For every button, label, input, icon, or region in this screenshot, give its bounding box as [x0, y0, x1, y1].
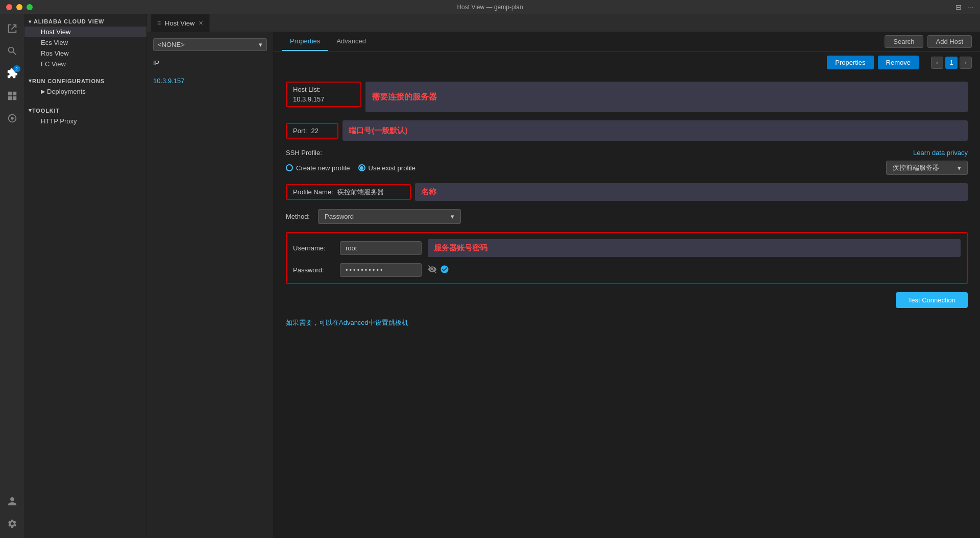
tab-advanced[interactable]: Advanced [328, 32, 374, 51]
app-container: 2 ▾ ALIBABA CLOUD VIEW Host View [0, 14, 980, 538]
tab-bar: ≡ Host View ✕ [147, 14, 980, 32]
titlebar: Host View — gemp-plan ⊟ ··· [0, 0, 980, 14]
profile-dropdown[interactable]: 疾控前端服务器 ▾ [886, 161, 968, 175]
sidebar: ▾ ALIBABA CLOUD VIEW Host View Ecs View … [24, 14, 147, 538]
profile-name-annotation: 名称 [415, 183, 968, 201]
password-actions [428, 265, 449, 276]
credentials-section: Username: 服务器账号密码 Password: [286, 232, 968, 284]
sidebar-item-extensions[interactable]: 2 [2, 63, 22, 84]
profile-name-input[interactable] [337, 188, 404, 196]
ssh-profile-label: SSH Profile: [286, 149, 322, 157]
remove-button[interactable]: Remove [878, 56, 919, 69]
profile-name-label: Profile Name: [293, 188, 333, 196]
svg-point-1 [11, 117, 14, 120]
radio-circle-create [286, 164, 293, 171]
confirm-password-icon[interactable] [440, 265, 449, 276]
sidebar-item-ecs-view[interactable]: Ecs View [24, 37, 146, 48]
radio-circle-use-exist [358, 164, 365, 171]
tab-menu-icon: ≡ [157, 19, 161, 27]
profile-name-box: Profile Name: [286, 184, 411, 200]
credentials-annotation: 服务器账号密码 [428, 239, 961, 257]
extensions-badge: 2 [13, 65, 20, 72]
port-label: Port: [293, 127, 307, 135]
sidebar-toolkit-header[interactable]: ▾ TOOLKIT [24, 105, 146, 116]
username-label: Username: [293, 244, 334, 252]
search-button[interactable]: Search [885, 35, 923, 48]
more-options-icon[interactable]: ··· [968, 3, 974, 11]
maximize-button[interactable] [27, 4, 33, 10]
chevron-right-icon: ▶ [41, 88, 45, 95]
method-label: Method: [286, 213, 310, 220]
chevron-down-icon: ▾ [958, 164, 961, 172]
sidebar-run-configs: ▾ RUN CONFIGURATIONS ▶ Deployments [24, 71, 146, 97]
ssh-profile-header: SSH Profile: Learn data privacy [286, 149, 968, 157]
password-label: Password: [293, 266, 334, 274]
host-list-annotation: 需要连接的服务器 [365, 82, 968, 112]
panel-header: Properties Advanced Search Add Host [274, 32, 980, 52]
sidebar-item-explorer[interactable] [2, 18, 22, 39]
none-dropdown[interactable]: <NONE> ▾ [153, 38, 267, 51]
sidebar-run-configs-header[interactable]: ▾ RUN CONFIGURATIONS [24, 75, 146, 86]
account-icon[interactable] [2, 491, 22, 511]
sidebar-item-http-proxy[interactable]: HTTP Proxy [24, 116, 146, 126]
ip-label: IP [153, 57, 267, 69]
content-area: <NONE> ▾ IP 10.3.9.157 Properties Advanc… [147, 32, 980, 538]
chevron-down-icon: ▾ [29, 78, 32, 84]
titlebar-right-icons: ⊟ ··· [955, 3, 974, 11]
chevron-down-icon: ▾ [451, 213, 454, 220]
host-list-input[interactable] [293, 95, 354, 103]
window-controls[interactable] [6, 4, 33, 10]
next-page-button[interactable]: › [960, 57, 972, 69]
host-list-label: Host List: [293, 86, 354, 93]
current-page: 1 [945, 57, 958, 69]
test-connection-button[interactable]: Test Connection [896, 292, 968, 308]
sidebar-section-header-cloud[interactable]: ▾ ALIBABA CLOUD VIEW [24, 16, 146, 27]
add-host-button[interactable]: Add Host [927, 35, 972, 48]
host-list-section: Host List: 需要连接的服务器 [286, 82, 968, 112]
username-input[interactable] [340, 241, 422, 255]
use-exist-profile-radio[interactable]: Use exist profile [358, 164, 415, 172]
settings-icon[interactable] [2, 514, 22, 534]
password-row: Password: [293, 263, 961, 277]
port-box: Port: [286, 123, 338, 139]
sidebar-item-search[interactable] [2, 41, 22, 61]
password-input[interactable] [340, 263, 422, 277]
host-list-box: Host List: [286, 82, 361, 107]
method-dropdown[interactable]: Password ▾ [318, 209, 461, 224]
port-input[interactable] [311, 127, 331, 135]
sidebar-item-host-view[interactable]: Host View [24, 27, 146, 37]
sidebar-item-ros-view[interactable]: Ros View [24, 48, 146, 59]
learn-privacy-link[interactable]: Learn data privacy [913, 149, 968, 157]
main-content: ≡ Host View ✕ <NONE> ▾ IP 10.3.9.157 Pro… [147, 14, 980, 538]
left-panel: <NONE> ▾ IP 10.3.9.157 [147, 32, 274, 538]
chevron-down-icon: ▾ [259, 41, 262, 48]
toggle-password-icon[interactable] [428, 265, 437, 276]
window-title: Host View — gemp-plan [457, 4, 523, 11]
right-action-bar: Properties Remove ‹ 1 › [274, 52, 980, 73]
tab-label: Host View [165, 19, 194, 27]
split-editor-icon[interactable]: ⊟ [955, 3, 962, 11]
create-new-profile-radio[interactable]: Create new profile [286, 164, 350, 172]
right-panel: Properties Advanced Search Add Host Prop… [274, 32, 980, 538]
chevron-down-icon: ▾ [29, 107, 32, 114]
ssh-profile-options: Create new profile Use exist profile 疾控前… [286, 161, 968, 175]
host-view-tab[interactable]: ≡ Host View ✕ [151, 14, 210, 32]
ip-value[interactable]: 10.3.9.157 [153, 75, 267, 87]
chevron-down-icon: ▾ [29, 19, 32, 24]
form-area: Host List: 需要连接的服务器 Port: 端口号(一般默认) [274, 73, 980, 292]
sidebar-item-grid[interactable] [2, 86, 22, 106]
prev-page-button[interactable]: ‹ [931, 57, 943, 69]
minimize-button[interactable] [16, 4, 22, 10]
sidebar-item-plugin[interactable] [2, 108, 22, 129]
properties-button[interactable]: Properties [827, 56, 873, 69]
sidebar-item-fc-view[interactable]: FC View [24, 59, 146, 69]
close-button[interactable] [6, 4, 12, 10]
port-annotation: 端口号(一般默认) [342, 120, 968, 141]
sidebar-item-deployments[interactable]: ▶ Deployments [24, 86, 146, 97]
tab-properties[interactable]: Properties [282, 32, 328, 51]
profile-name-section: Profile Name: 名称 [286, 183, 968, 201]
tab-close-icon[interactable]: ✕ [199, 20, 203, 27]
sidebar-section-cloud: ▾ ALIBABA CLOUD VIEW Host View Ecs View … [24, 14, 146, 71]
activity-bar: 2 [0, 14, 24, 538]
ssh-profile-section: SSH Profile: Learn data privacy Create n… [286, 149, 968, 175]
